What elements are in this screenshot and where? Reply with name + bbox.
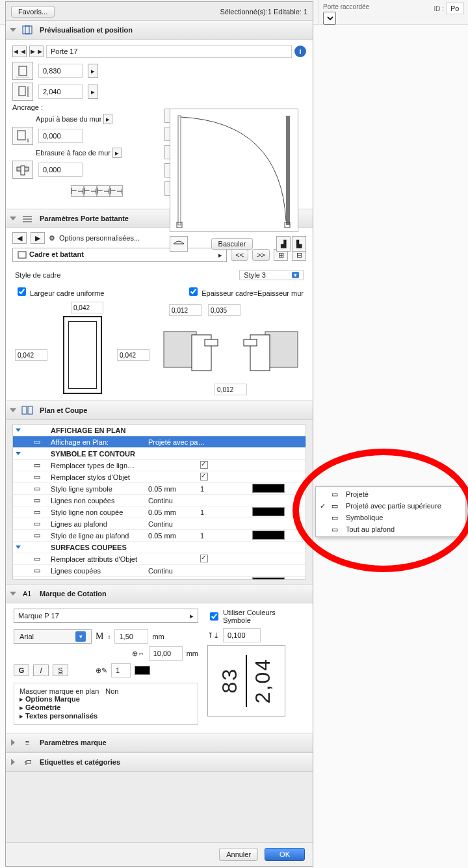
ebrasure-input[interactable]	[38, 163, 83, 177]
reveal-opt-2[interactable]: ⊢⊣	[84, 185, 97, 197]
group-affichage: AFFICHAGE EN PLAN	[51, 427, 148, 434]
pen-preview[interactable]	[135, 666, 150, 675]
ebrasure-label: Ebrasure à face de mur	[36, 149, 110, 157]
id-field[interactable]	[446, 3, 464, 14]
height-icon[interactable]	[12, 83, 33, 101]
width-icon[interactable]	[12, 62, 33, 80]
selection-status: Sélectionné(s):1 Editable: 1	[220, 8, 307, 16]
table-row[interactable]: ▭Remplacer attributs d'Objet	[13, 553, 306, 565]
mirror-1[interactable]: ▟	[276, 236, 291, 252]
pen-icon: ⊕✎	[96, 666, 107, 675]
ok-button[interactable]: OK	[265, 848, 305, 861]
popup-item[interactable]: ✓▭Projeté avec partie supérieure	[316, 500, 465, 512]
masquer-label: Masquer marque en plan	[20, 687, 99, 695]
params-icon	[20, 213, 34, 224]
top-right-panel: Porte raccordée ID :	[318, 0, 468, 25]
options-marque-row[interactable]: ▸ Options Marque	[20, 695, 192, 704]
use-colors-checkbox[interactable]: Utiliser Couleurs Symbole	[207, 609, 305, 624]
etiquettes-icon: 🏷	[20, 756, 34, 768]
dim-left-input[interactable]	[15, 349, 47, 361]
height-input[interactable]	[38, 85, 83, 99]
font-select[interactable]: Arial▾	[14, 629, 92, 644]
options-icon: ⚙	[49, 234, 55, 243]
popup-item[interactable]: ▭Symbolique	[316, 512, 465, 523]
table-row[interactable]: ▭Lignes non coupéesContinu	[13, 495, 306, 506]
section-cotation-header[interactable]: A1 Marque de Cotation	[6, 584, 313, 603]
spacing-input[interactable]	[149, 646, 183, 661]
text-size-input[interactable]	[114, 629, 148, 644]
porte-raccordee-select[interactable]	[323, 12, 336, 25]
epaisseur-mur-checkbox[interactable]: Epaisseur cadre=Epaisseur mur	[187, 285, 304, 298]
favoris-button[interactable]: Favoris...	[11, 6, 55, 18]
group-surfaces: SURFACES COUPEES	[51, 544, 148, 551]
door-preview	[170, 109, 298, 232]
geometrie-row[interactable]: ▸ Géométrie	[20, 704, 192, 712]
bold-button[interactable]: G	[14, 664, 29, 676]
dim-012a-input[interactable]	[169, 304, 202, 316]
ebrasure-stepper[interactable]: ▸	[112, 148, 122, 158]
offset-input[interactable]	[223, 628, 261, 642]
section-params-marque-title: Paramètres marque	[40, 739, 107, 746]
dim-right-input[interactable]	[117, 349, 150, 361]
table-row[interactable]: ▭Remplacer stylos d'Objet	[13, 471, 306, 483]
svg-rect-18	[18, 252, 26, 258]
pen-input[interactable]	[111, 663, 131, 677]
table-row[interactable]: ▭Remplacer types de lign…	[13, 460, 306, 471]
door-name-input[interactable]	[46, 45, 292, 58]
dim-012b-input[interactable]	[214, 384, 247, 395]
section-params-marque-header[interactable]: ≡ Paramètres marque	[6, 733, 313, 752]
popup-item[interactable]: ▭Projeté	[316, 488, 465, 500]
next-arrow-button[interactable]: ►►	[29, 46, 44, 57]
cotation-icon: A1	[20, 588, 34, 599]
marque-select[interactable]: Marque P 17▸	[14, 609, 198, 623]
height-stepper[interactable]: ▸	[88, 85, 98, 99]
prev-arrow-button[interactable]: ◄◄	[12, 46, 27, 57]
nav-fwd-button[interactable]: ▶	[31, 232, 45, 244]
textes-row[interactable]: ▸ Textes personnalisés	[20, 712, 192, 720]
mirror-2[interactable]: ▙	[292, 236, 306, 252]
table-row[interactable]: ▭Stylo ligne symbole0.05 mm1	[13, 483, 306, 495]
spacing-icon: ⊕↔	[132, 650, 145, 658]
largeur-uniforme-checkbox[interactable]: Largeur cadre uniforme	[15, 285, 104, 298]
section-preview-header[interactable]: Prévisualisation et position	[6, 20, 313, 40]
plan-table: AFFICHAGE EN PLAN ▭ Affichage en Plan: P…	[12, 424, 306, 580]
svg-text:A1: A1	[23, 590, 31, 598]
text-height-label: M	[96, 631, 103, 642]
marker-preview: 83 2,04	[207, 645, 285, 717]
table-row[interactable]: ▭Lignes coupéesContinu	[13, 565, 306, 577]
ebrasure-icon[interactable]	[12, 161, 33, 179]
basculer-button[interactable]: Basculer	[211, 238, 254, 250]
group-expand-icon[interactable]	[16, 428, 21, 432]
group-expand-icon[interactable]	[16, 546, 21, 549]
section-plan-header[interactable]: Plan et Coupe	[6, 401, 313, 420]
table-row[interactable]: ▭Lignes au plafondContinu	[13, 518, 306, 530]
appui-input[interactable]	[38, 129, 83, 143]
appui-icon[interactable]	[12, 127, 33, 145]
dim-top-input[interactable]	[71, 302, 103, 313]
flip-icon[interactable]	[170, 236, 188, 252]
table-row[interactable]: ▭Stylo ligne non coupée0.05 mm1	[13, 506, 306, 518]
reveal-opt-1[interactable]: ⊢⊣	[71, 185, 84, 197]
reveal-opt-3[interactable]: ⊢⊣	[97, 185, 110, 197]
affichage-popup: ▭Projeté✓▭Projeté avec partie supérieure…	[315, 486, 466, 537]
section-etiquettes-header[interactable]: 🏷 Etiquettes et catégories	[6, 752, 313, 772]
info-icon[interactable]: i	[294, 46, 306, 57]
table-row[interactable]: ▭Stylo de ligne au plafond0.05 mm1	[13, 530, 306, 542]
underline-button[interactable]: S	[53, 664, 68, 676]
row-affichage-plan[interactable]: ▭ Affichage en Plan: Projeté avec pa…	[13, 436, 306, 448]
appui-stepper[interactable]: ▸	[103, 114, 112, 124]
width-input[interactable]	[38, 64, 83, 78]
reveal-opt-4[interactable]: ⊢⊣	[110, 185, 123, 197]
options-label[interactable]: Options personnalisées...	[59, 234, 140, 242]
style-select[interactable]: Style 3 ▾	[239, 270, 304, 280]
table-row[interactable]: ▭Stylo ligne coupée0.20 mm3	[13, 577, 306, 580]
nav-back-button[interactable]: ◀	[12, 232, 27, 244]
id-label: ID :	[434, 5, 444, 12]
italic-button[interactable]: I	[33, 664, 49, 676]
popup-item[interactable]: ▭Tout au plafond	[316, 523, 465, 535]
group-expand-icon[interactable]	[16, 452, 21, 455]
svg-rect-6	[18, 131, 25, 140]
cancel-button[interactable]: Annuler	[219, 848, 258, 861]
dim-035-input[interactable]	[208, 304, 240, 316]
width-stepper[interactable]: ▸	[88, 64, 98, 78]
